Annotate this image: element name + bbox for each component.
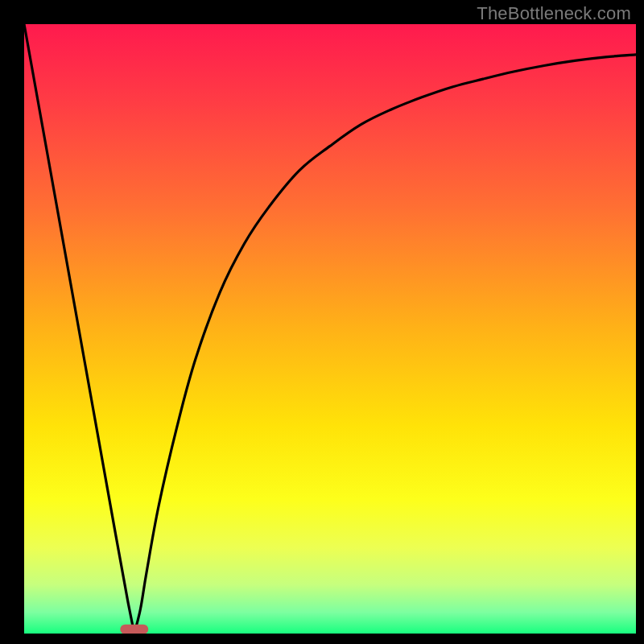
chart-svg [24, 24, 636, 634]
figure-frame: { "watermark": { "text": "TheBottleneck.… [0, 0, 644, 644]
watermark-text: TheBottleneck.com [477, 3, 631, 24]
plot-area [24, 24, 636, 634]
optimum-marker [120, 625, 148, 634]
